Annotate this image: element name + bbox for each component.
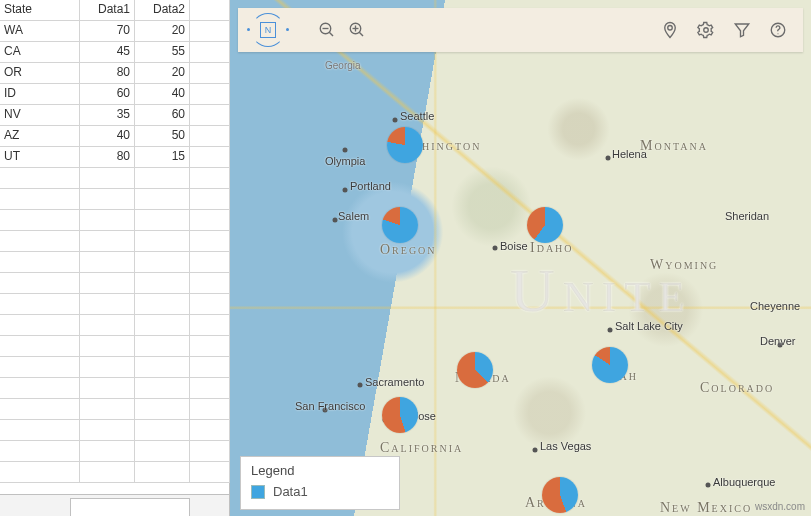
grid-cell[interactable] — [0, 462, 80, 483]
grid-cell[interactable] — [135, 357, 190, 378]
grid-cell[interactable] — [135, 168, 190, 189]
grid-cell[interactable] — [0, 378, 80, 399]
grid-cell[interactable] — [0, 252, 80, 273]
map-panel[interactable]: N — [230, 0, 811, 516]
grid-cell[interactable] — [190, 315, 230, 336]
grid-cell[interactable]: ID — [0, 84, 80, 105]
grid-cell[interactable]: 80 — [80, 63, 135, 84]
grid-cell[interactable] — [135, 336, 190, 357]
pie-marker-ut[interactable] — [592, 347, 628, 383]
map-surface[interactable]: Unite Washington Oregon Idaho Montana Wy… — [230, 0, 811, 516]
grid-cell[interactable]: 20 — [135, 21, 190, 42]
grid-cell[interactable] — [0, 210, 80, 231]
pie-marker-id[interactable] — [527, 207, 563, 243]
grid-cell[interactable] — [190, 168, 230, 189]
header-cell[interactable]: Data1 — [80, 0, 135, 21]
grid-cell[interactable] — [135, 441, 190, 462]
zoom-in-button[interactable] — [342, 15, 372, 45]
grid-cell[interactable] — [0, 231, 80, 252]
grid-cell[interactable] — [80, 462, 135, 483]
grid-cell[interactable] — [80, 336, 135, 357]
grid-cell[interactable] — [0, 294, 80, 315]
grid-cell[interactable] — [80, 273, 135, 294]
grid-cell[interactable]: 45 — [80, 42, 135, 63]
header-cell[interactable] — [190, 0, 230, 21]
grid-cell[interactable] — [190, 105, 230, 126]
grid-cell[interactable] — [190, 126, 230, 147]
data-grid[interactable]: StateData1Data2WA7020CA4555OR8020ID6040N… — [0, 0, 229, 494]
grid-cell[interactable] — [80, 378, 135, 399]
grid-cell[interactable] — [190, 462, 230, 483]
grid-cell[interactable] — [0, 336, 80, 357]
grid-cell[interactable] — [0, 315, 80, 336]
grid-cell[interactable] — [0, 399, 80, 420]
grid-cell[interactable] — [135, 252, 190, 273]
header-cell[interactable]: State — [0, 0, 80, 21]
grid-cell[interactable] — [135, 462, 190, 483]
zoom-out-button[interactable] — [312, 15, 342, 45]
grid-cell[interactable] — [80, 441, 135, 462]
grid-cell[interactable]: AZ — [0, 126, 80, 147]
grid-cell[interactable] — [80, 357, 135, 378]
pie-marker-or[interactable] — [382, 207, 418, 243]
sheet-tab[interactable] — [70, 498, 190, 516]
grid-cell[interactable]: 60 — [135, 105, 190, 126]
grid-cell[interactable] — [135, 378, 190, 399]
grid-cell[interactable]: 20 — [135, 63, 190, 84]
grid-cell[interactable]: 40 — [135, 84, 190, 105]
grid-cell[interactable] — [190, 21, 230, 42]
grid-cell[interactable] — [80, 189, 135, 210]
grid-cell[interactable] — [0, 420, 80, 441]
pie-marker-az[interactable] — [542, 477, 578, 513]
grid-cell[interactable]: NV — [0, 105, 80, 126]
grid-cell[interactable] — [190, 42, 230, 63]
grid-cell[interactable] — [190, 63, 230, 84]
pie-marker-wa[interactable] — [387, 127, 423, 163]
grid-cell[interactable] — [80, 399, 135, 420]
grid-cell[interactable] — [190, 336, 230, 357]
grid-cell[interactable] — [80, 315, 135, 336]
grid-cell[interactable] — [80, 231, 135, 252]
grid-cell[interactable]: CA — [0, 42, 80, 63]
grid-cell[interactable]: 55 — [135, 42, 190, 63]
pie-marker-ca[interactable] — [382, 397, 418, 433]
grid-cell[interactable] — [0, 357, 80, 378]
grid-cell[interactable] — [190, 84, 230, 105]
location-pin-icon[interactable] — [655, 15, 685, 45]
grid-cell[interactable] — [190, 378, 230, 399]
grid-cell[interactable] — [190, 252, 230, 273]
grid-cell[interactable] — [80, 210, 135, 231]
grid-cell[interactable] — [190, 210, 230, 231]
grid-cell[interactable] — [135, 189, 190, 210]
grid-cell[interactable] — [135, 315, 190, 336]
grid-cell[interactable]: 40 — [80, 126, 135, 147]
help-icon[interactable] — [763, 15, 793, 45]
grid-cell[interactable] — [190, 357, 230, 378]
filter-funnel-icon[interactable] — [727, 15, 757, 45]
header-cell[interactable]: Data2 — [135, 0, 190, 21]
grid-cell[interactable]: 70 — [80, 21, 135, 42]
grid-cell[interactable]: 50 — [135, 126, 190, 147]
grid-cell[interactable] — [135, 273, 190, 294]
grid-cell[interactable] — [190, 147, 230, 168]
grid-cell[interactable]: 60 — [80, 84, 135, 105]
grid-cell[interactable]: 80 — [80, 147, 135, 168]
grid-cell[interactable] — [135, 210, 190, 231]
grid-cell[interactable] — [0, 441, 80, 462]
grid-cell[interactable] — [190, 189, 230, 210]
grid-cell[interactable] — [135, 399, 190, 420]
grid-cell[interactable]: 15 — [135, 147, 190, 168]
grid-cell[interactable] — [135, 231, 190, 252]
pie-marker-nv[interactable] — [457, 352, 493, 388]
grid-cell[interactable]: UT — [0, 147, 80, 168]
grid-cell[interactable] — [190, 294, 230, 315]
grid-cell[interactable] — [80, 294, 135, 315]
grid-cell[interactable]: OR — [0, 63, 80, 84]
grid-cell[interactable] — [0, 168, 80, 189]
grid-cell[interactable] — [190, 441, 230, 462]
compass-control[interactable]: N — [248, 10, 288, 50]
grid-cell[interactable] — [80, 420, 135, 441]
grid-cell[interactable] — [135, 420, 190, 441]
grid-cell[interactable] — [80, 168, 135, 189]
grid-cell[interactable]: 35 — [80, 105, 135, 126]
